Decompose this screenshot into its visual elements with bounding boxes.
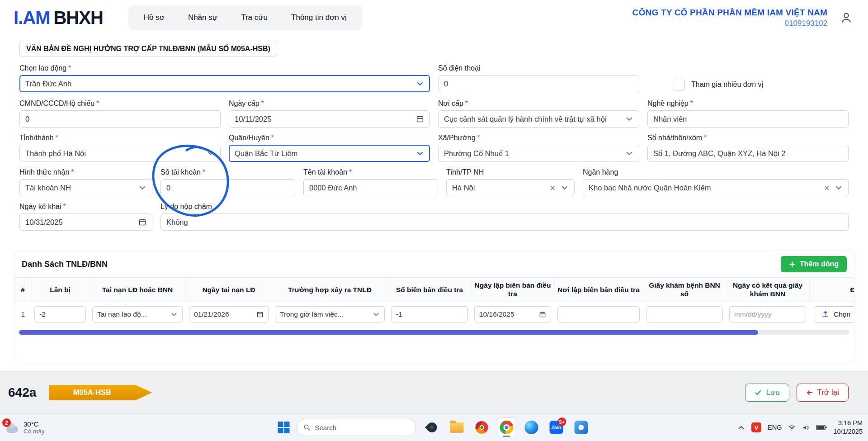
tinh-tp-nh-select[interactable]: Hà Nội: [446, 179, 575, 196]
photos-icon: [575, 421, 588, 434]
back-button[interactable]: Trở lại: [797, 384, 849, 402]
table-viewport: # Lần bị Tai nạn LĐ hoặc BNN Ngày tai nạ…: [14, 277, 854, 327]
tnld-list-section: Danh Sách TNLĐ/BNN Thêm dòng # Lần bị Ta…: [14, 251, 854, 362]
user-account-button[interactable]: [837, 9, 855, 27]
noi-lap-bien-ban-input[interactable]: [557, 306, 640, 322]
truong-hop-select[interactable]: Trong giờ làm việc...: [275, 306, 385, 322]
upload-icon: [821, 310, 829, 318]
company-block: CÔNG TY CỔ PHẦN PHẦN MỀM IAM VIỆT NAM 01…: [632, 8, 827, 28]
volume-icon[interactable]: [802, 424, 810, 432]
ngay-lap-bien-ban-date-input[interactable]: 10/16/2025: [474, 306, 551, 322]
ngay-ket-qua-date-input[interactable]: mm/dd/yyyy: [729, 306, 806, 322]
field-quan-huyen: Quận/Huyện* Quận Bắc Từ Liêm: [229, 134, 430, 162]
required-mark: *: [68, 64, 71, 72]
field-cmnd: CMND/CCCD/Hộ chiếu* 0: [19, 100, 221, 128]
save-button[interactable]: Lưu: [745, 384, 789, 402]
calendar-icon[interactable]: [138, 218, 146, 226]
wifi-icon[interactable]: [788, 424, 796, 432]
search-placeholder: Search: [315, 424, 337, 432]
required-mark: *: [477, 134, 480, 142]
column-header: Số biên bản điều tra: [388, 278, 471, 302]
calendar-icon[interactable]: [256, 311, 264, 318]
giay-kham-so-input[interactable]: [646, 306, 723, 322]
calendar-icon[interactable]: [539, 311, 546, 318]
weather-widget[interactable]: 2 30°C Có mây: [5, 414, 45, 441]
ly-do-nop-cham-input[interactable]: Không: [160, 213, 849, 231]
ngan-hang-select[interactable]: Kho bạc Nhà nước Quận Hoàn Kiếm: [583, 179, 849, 196]
chevron-down-icon: [138, 184, 146, 192]
tray-time: 3:16 PM: [838, 419, 863, 427]
quan-huyen-select[interactable]: Quận Bắc Từ Liêm: [229, 145, 430, 162]
app-logo[interactable]: I.AM BHXH: [14, 8, 103, 28]
clear-icon[interactable]: [549, 185, 556, 191]
windows-start-button[interactable]: [278, 422, 290, 433]
form-row-1: Chọn lao động* Trần Đức Anh Số điện thoạ…: [19, 64, 849, 93]
add-row-button[interactable]: Thêm dòng: [781, 256, 847, 272]
so-tai-khoan-input[interactable]: 0: [160, 179, 295, 196]
weather-desc: Có mây: [24, 428, 45, 435]
clear-icon[interactable]: [823, 185, 830, 191]
field-ly-do-nop-cham: Lý do nộp chậm Không: [160, 203, 849, 231]
ultraviewer-icon[interactable]: V: [751, 422, 761, 432]
required-mark: *: [465, 100, 468, 107]
field-label: Số điện thoại: [438, 64, 480, 72]
edge-icon: [525, 421, 538, 434]
nav-item-thong-tin-don-vi[interactable]: Thông tin đơn vị: [280, 9, 358, 27]
noi-cap-select[interactable]: Cục cảnh sát quản lý hành chính về trật …: [438, 110, 639, 128]
ngay-tai-nan-date-input[interactable]: 01/21/2026: [189, 306, 269, 322]
app-window: I.AM BHXH Hồ sơ Nhân sự Tra cứu Thông ti…: [0, 0, 868, 441]
nav-item-nhan-su[interactable]: Nhân sự: [177, 9, 228, 27]
nghe-nghiep-input[interactable]: Nhân viên: [647, 110, 849, 128]
language-indicator[interactable]: ENG: [768, 424, 782, 431]
tray-chevron-up-icon[interactable]: [737, 424, 745, 432]
main-nav: Hồ sơ Nhân sự Tra cứu Thông tin đơn vị: [128, 5, 362, 30]
tai-nan-select[interactable]: Tai nạn lao độ...: [92, 306, 183, 322]
ngay-cap-date-input[interactable]: 10/11/2025: [229, 110, 430, 128]
taskbar-browser-alt[interactable]: [473, 417, 491, 437]
field-ngay-ke-khai: Ngày kê khai* 10/31/2025: [19, 203, 152, 231]
taskbar-chrome[interactable]: [498, 417, 516, 437]
ten-tai-khoan-input[interactable]: 0000 Đức Anh: [303, 179, 438, 196]
form-row-3: Tỉnh/thành* Thành phố Hà Nội Quận/Huyện*…: [19, 134, 849, 162]
xa-phuong-select[interactable]: Phường Cổ Nhuế 1: [438, 145, 639, 162]
field-noi-cap: Nơi cấp* Cục cảnh sát quản lý hành chính…: [438, 100, 639, 128]
hinh-thuc-nhan-select[interactable]: Tài khoản NH: [19, 179, 152, 196]
so-bien-ban-input[interactable]: -1: [391, 306, 468, 322]
ngay-ke-khai-date-input[interactable]: 10/31/2025: [19, 213, 152, 231]
drop-app-icon: [425, 420, 439, 434]
column-header: Tai nạn LĐ hoặc BNN: [89, 278, 186, 302]
cmnd-input[interactable]: 0: [19, 110, 221, 128]
column-header: Ngày lập biên bản điều tra: [471, 278, 554, 302]
battery-icon[interactable]: [816, 424, 827, 431]
taskbar-file-explorer[interactable]: [448, 417, 466, 437]
field-label: Chọn lao động: [19, 64, 66, 72]
chevron-down-icon: [625, 115, 633, 123]
lan-bi-input[interactable]: -2: [34, 306, 86, 322]
taskbar-app-drop[interactable]: [423, 417, 441, 437]
field-label: Tên tài khoản: [303, 168, 347, 176]
taskbar-zalo[interactable]: 5+ Zalo: [547, 417, 566, 437]
field-label: Số nhà/thôn/xóm: [647, 134, 702, 142]
tray-date: 10/1/2025: [833, 428, 863, 435]
so-nha-input[interactable]: Số 1, Đường ABC, Quận XYZ, Hà Nội 2: [647, 145, 849, 162]
nav-item-ho-so[interactable]: Hồ sơ: [133, 9, 175, 27]
person-icon: [840, 11, 853, 24]
tham-gia-nhieu-don-vi-checkbox[interactable]: [673, 79, 685, 91]
chevron-down-icon: [835, 184, 843, 192]
column-header: Nơi lập biên bản điều tra: [554, 278, 643, 302]
taskbar-edge[interactable]: [523, 417, 541, 437]
chon-lao-dong-select[interactable]: Trần Đức Anh: [19, 75, 430, 92]
field-tham-gia-nhieu-don-vi: Tham gia nhiều đơn vị: [647, 76, 849, 93]
horizontal-scrollbar-track[interactable]: [19, 330, 849, 335]
clock[interactable]: 3:16 PM 10/1/2025: [833, 419, 863, 436]
taskbar-photos[interactable]: [572, 417, 590, 437]
field-label: CMND/CCCD/Hộ chiếu: [19, 100, 94, 107]
tinh-thanh-select[interactable]: Thành phố Hà Nội: [19, 145, 221, 162]
upload-file-button[interactable]: Chọn: [814, 306, 854, 322]
nav-item-tra-cuu[interactable]: Tra cứu: [230, 9, 278, 27]
so-dien-thoai-input[interactable]: 0: [438, 75, 639, 92]
calendar-icon[interactable]: [416, 115, 424, 123]
field-so-nha: Số nhà/thôn/xóm* Số 1, Đường ABC, Quận X…: [647, 134, 849, 162]
taskbar-search[interactable]: Search: [297, 419, 416, 436]
horizontal-scrollbar-thumb[interactable]: [19, 330, 758, 335]
